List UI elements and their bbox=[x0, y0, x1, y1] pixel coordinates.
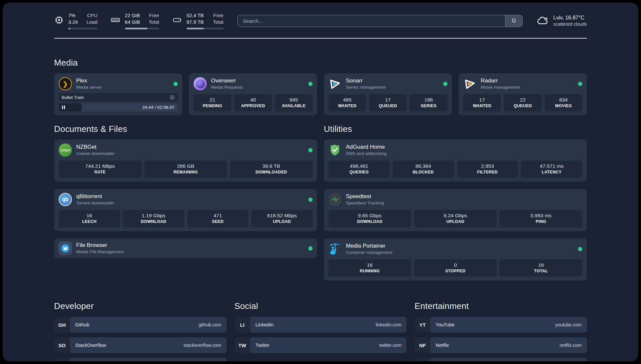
section-utilities: Utilities AdGuard Home bbox=[324, 124, 587, 281]
bookmark-stackoverflow[interactable]: SO StackOverflow stackoverflow.com bbox=[54, 337, 227, 353]
app-card-portainer[interactable]: Media Portainer Container management 16 … bbox=[324, 238, 587, 281]
app-name: Overseerr bbox=[211, 77, 243, 84]
filebrowser-icon bbox=[59, 242, 72, 255]
disk-icon bbox=[172, 15, 182, 26]
bookmark-dev[interactable]: DT DEV dev.to bbox=[54, 358, 227, 361]
stat-tile: 16 RUNNING bbox=[328, 259, 411, 277]
stat-tile: 86,384 BLOCKED bbox=[393, 161, 454, 178]
section-title-entertainment: Entertainment bbox=[414, 301, 587, 311]
status-online-dot bbox=[578, 82, 582, 86]
app-card-nzbget[interactable]: nzbget NZBGet Usenet downloader 744.21 M… bbox=[54, 139, 317, 182]
stream-session-icon[interactable] bbox=[170, 95, 175, 100]
nzbget-icon: nzbget bbox=[59, 143, 72, 157]
bookmark-url: linkedin.com bbox=[376, 322, 402, 327]
portainer-icon bbox=[328, 242, 342, 256]
stat-tile: 945 AVAILABLE bbox=[275, 94, 313, 111]
section-entertainment: Entertainment YT YouTube youtube.com NF … bbox=[414, 301, 587, 361]
stat-tile: 17 WANTED bbox=[463, 94, 501, 111]
bookmark-abbr: TW bbox=[234, 343, 250, 348]
section-title-documents: Documents & Files bbox=[54, 124, 317, 134]
system-metrics: 7% 3.24 CPU Load bbox=[54, 12, 224, 29]
app-card-filebrowser[interactable]: File Browser Media File Management bbox=[54, 238, 317, 258]
stat-tile: 196 SERIES bbox=[410, 94, 447, 111]
storage-free-value: 52.4 TB bbox=[187, 12, 204, 19]
speedtest-icon bbox=[328, 193, 342, 206]
search-engine-button[interactable]: G bbox=[505, 15, 522, 27]
app-description: DNS and adblocking bbox=[346, 151, 386, 157]
dashboard-panel: 7% 3.24 CPU Load bbox=[3, 3, 638, 361]
storage-metric: 52.4 TB 97.9 TB Free Total bbox=[172, 12, 224, 29]
bookmark-twitter[interactable]: TW Twitter twitter.com bbox=[234, 337, 407, 353]
bookmark-url: github.com bbox=[198, 322, 221, 327]
app-card-adguard[interactable]: AdGuard Home DNS and adblocking 498,461 … bbox=[324, 139, 587, 182]
bookmark-name: StackOverflow bbox=[75, 343, 106, 348]
section-social: Social LI LinkedIn linkedin.com TW Twitt… bbox=[234, 301, 407, 361]
bookmark-url: netflix.com bbox=[560, 343, 582, 348]
stream-title: Bullet Train bbox=[62, 95, 84, 100]
app-description: Series management bbox=[346, 84, 386, 90]
storage-free-label: Free bbox=[213, 12, 224, 19]
memory-progress-bar bbox=[125, 28, 159, 29]
app-card-radarr[interactable]: Radarr Movie management 17 WANTED 22 QUE… bbox=[459, 73, 587, 115]
app-card-overseerr[interactable]: Overseerr Media Requests 21 PENDING 40 A… bbox=[189, 73, 317, 115]
weather-location: Lviv, 16.87°C bbox=[553, 14, 587, 21]
memory-total-label: Total bbox=[149, 19, 159, 25]
plex-icon: ❯ bbox=[59, 77, 72, 90]
app-name: Speedtest bbox=[346, 193, 384, 200]
app-name: qBittorrent bbox=[76, 193, 114, 200]
bookmark-abbr: SO bbox=[54, 343, 70, 348]
bookmark-abbr: LI bbox=[234, 322, 250, 328]
app-name: Plex bbox=[76, 77, 102, 84]
memory-free-label: Free bbox=[149, 12, 159, 19]
stat-tile: 16 LEECH bbox=[59, 210, 120, 227]
memory-metric: 22 GiB 64 GiB Free Total bbox=[110, 12, 159, 29]
cpu-progress-bar bbox=[68, 28, 98, 29]
adguard-icon bbox=[328, 143, 342, 157]
top-bar: 7% 3.24 CPU Load bbox=[54, 12, 587, 29]
bookmark-abbr: YT bbox=[414, 322, 430, 328]
search-input[interactable] bbox=[238, 15, 505, 27]
stream-progress-bar[interactable]: 24:44 / 02:06:47 bbox=[59, 103, 178, 111]
app-card-sonarr[interactable]: Sonarr Series management 485 WANTED 17 Q… bbox=[324, 73, 452, 115]
qbittorrent-icon: qb bbox=[59, 193, 72, 206]
pause-icon[interactable] bbox=[59, 106, 68, 109]
search-bar: G bbox=[237, 15, 523, 27]
stat-tile: 22 QUEUED bbox=[504, 94, 541, 111]
bookmark-reddit[interactable]: RE Reddit reddit.com bbox=[414, 358, 587, 361]
bookmark-name: LinkedIn bbox=[256, 322, 274, 327]
stat-tile: 266 GB REMAINING bbox=[144, 161, 227, 178]
app-card-speedtest[interactable]: Speedtest Speedtest Tracking 9.65 Gbps D… bbox=[324, 189, 587, 231]
stat-tile: 618.52 Mbps UPLOAD bbox=[251, 210, 313, 227]
stat-tile: 834 MOVIES bbox=[545, 94, 582, 111]
bookmark-github[interactable]: GH Github github.com bbox=[54, 317, 227, 333]
app-name: Radarr bbox=[481, 77, 520, 84]
status-online-dot bbox=[308, 82, 313, 86]
radarr-icon bbox=[463, 77, 476, 90]
app-description: Media File Management bbox=[76, 249, 124, 255]
weather-condition: scattered clouds bbox=[553, 21, 587, 27]
bookmark-url: stackoverflow.com bbox=[183, 343, 221, 348]
stat-tile: 21 PENDING bbox=[194, 94, 231, 111]
bookmark-youtube[interactable]: YT YouTube youtube.com bbox=[414, 317, 587, 333]
section-developer: Developer GH Github github.com SO StackO… bbox=[54, 301, 227, 361]
app-name: AdGuard Home bbox=[346, 143, 386, 151]
section-documents: Documents & Files nzbget NZBGet Usenet d… bbox=[54, 124, 317, 258]
sonarr-icon bbox=[328, 77, 342, 90]
app-name: Media Portainer bbox=[346, 242, 392, 250]
bookmark-name: Netflix bbox=[436, 343, 449, 348]
app-card-plex[interactable]: ❯ Plex Media server Bullet Train bbox=[54, 73, 182, 115]
section-title-social: Social bbox=[234, 301, 407, 311]
cpu-usage-value: 7% bbox=[68, 12, 76, 19]
bookmark-linkedin[interactable]: LI LinkedIn linkedin.com bbox=[234, 317, 407, 333]
bookmark-netflix[interactable]: NF Netflix netflix.com bbox=[414, 337, 587, 353]
status-online-dot bbox=[308, 197, 313, 202]
app-name: File Browser bbox=[76, 242, 124, 249]
stat-tile: 0.993 ms PING bbox=[500, 210, 582, 227]
stat-tile: 9.24 Gbps UPLOAD bbox=[414, 210, 497, 227]
cpu-load-value: 3.24 bbox=[68, 19, 78, 25]
status-online-dot bbox=[578, 247, 582, 251]
bookmark-name: Github bbox=[75, 322, 89, 327]
app-description: Usenet downloader bbox=[76, 151, 114, 157]
stat-tile: 9.65 Gbps DOWNLOAD bbox=[328, 210, 411, 227]
app-card-qbittorrent[interactable]: qb qBittorrent Torrent downloader 16 LEE… bbox=[54, 189, 317, 231]
